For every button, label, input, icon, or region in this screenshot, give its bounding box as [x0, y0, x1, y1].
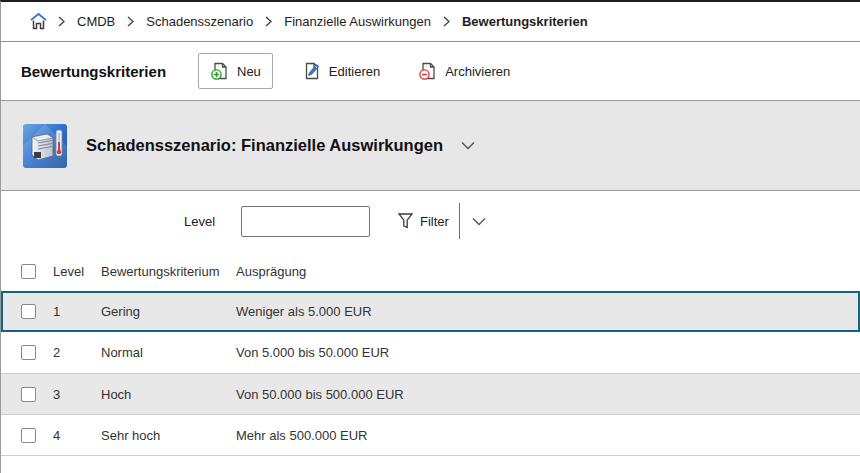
object-title: Schadensszenario: Finanzielle Auswirkung…: [86, 136, 443, 155]
breadcrumb-item-bewertungskriterien: Bewertungskriterien: [462, 14, 588, 29]
row-checkbox[interactable]: [21, 304, 36, 319]
ci-class-icon: [23, 124, 67, 168]
editieren-button[interactable]: Editieren: [293, 54, 389, 88]
level-filter-input[interactable]: [241, 206, 370, 237]
document-archive-icon: [418, 61, 438, 81]
breadcrumb-item-finanzielle-auswirkungen[interactable]: Finanzielle Auswirkungen: [284, 14, 431, 29]
table-row[interactable]: 2 Normal Von 5.000 bis 50.000 EUR: [1, 332, 860, 373]
cell-level: 3: [53, 387, 101, 402]
cell-auspraegung: Von 50.000 bis 500.000 EUR: [236, 387, 860, 402]
row-checkbox[interactable]: [21, 345, 36, 360]
chevron-down-icon[interactable]: [461, 141, 475, 150]
cell-level: 2: [53, 345, 101, 360]
table-row[interactable]: 3 Hoch Von 50.000 bis 500.000 EUR: [1, 373, 860, 414]
row-checkbox[interactable]: [21, 387, 36, 402]
filter-funnel-icon: [398, 213, 413, 229]
filter-expand-chevron-down-icon[interactable]: [468, 213, 490, 230]
table-row[interactable]: 1 Gering Weniger als 5.000 EUR: [1, 291, 860, 332]
table-header-row: Level Bewertungskriterium Ausprägung: [1, 251, 860, 291]
cell-bewertungskriterium: Hoch: [101, 387, 236, 402]
page-title: Bewertungskriterien: [21, 63, 171, 80]
bewertungskriterien-table: Level Bewertungskriterium Ausprägung 1 G…: [1, 251, 860, 472]
breadcrumb-item-cmdb[interactable]: CMDB: [77, 14, 115, 29]
column-header-auspraegung[interactable]: Ausprägung: [236, 264, 860, 279]
cell-bewertungskriterium: Normal: [101, 345, 236, 360]
filter-button[interactable]: Filter: [398, 213, 449, 229]
cell-bewertungskriterium: Sehr hoch: [101, 428, 236, 443]
divider: [459, 203, 460, 239]
chevron-right-icon: [443, 16, 450, 27]
cell-auspraegung: Mehr als 500.000 EUR: [236, 428, 860, 443]
neu-button-label: Neu: [237, 64, 261, 79]
document-plus-icon: [210, 61, 230, 81]
home-icon[interactable]: [29, 12, 48, 31]
chevron-right-icon: [58, 16, 65, 27]
cell-level: 4: [53, 428, 101, 443]
editieren-button-label: Editieren: [329, 64, 380, 79]
column-header-bewertungskriterium[interactable]: Bewertungskriterium: [101, 264, 236, 279]
filter-row: Level Filter: [1, 191, 860, 251]
column-header-level[interactable]: Level: [53, 264, 101, 279]
document-edit-icon: [302, 61, 322, 81]
filter-button-label: Filter: [420, 214, 449, 229]
cell-auspraegung: Von 5.000 bis 50.000 EUR: [236, 345, 860, 360]
cell-auspraegung: Weniger als 5.000 EUR: [236, 304, 858, 319]
cell-bewertungskriterium: Gering: [101, 304, 236, 319]
breadcrumb: CMDB Schadensszenario Finanzielle Auswir…: [1, 2, 860, 42]
toolbar: Bewertungskriterien Neu: [1, 42, 860, 100]
archivieren-button-label: Archivieren: [445, 64, 510, 79]
chevron-right-icon: [265, 16, 272, 27]
select-all-checkbox[interactable]: [21, 264, 36, 279]
filter-field-label: Level: [184, 214, 212, 229]
row-checkbox[interactable]: [21, 428, 36, 443]
archivieren-button[interactable]: Archivieren: [409, 54, 519, 88]
breadcrumb-item-schadensszenario[interactable]: Schadensszenario: [146, 14, 253, 29]
chevron-right-icon: [127, 16, 134, 27]
table-row[interactable]: 4 Sehr hoch Mehr als 500.000 EUR: [1, 414, 860, 455]
cell-level: 1: [53, 304, 101, 319]
neu-button[interactable]: Neu: [198, 53, 273, 89]
table-bottom-divider: [1, 455, 860, 472]
object-header: Schadensszenario: Finanzielle Auswirkung…: [1, 100, 860, 191]
page: CMDB Schadensszenario Finanzielle Auswir…: [0, 0, 860, 473]
